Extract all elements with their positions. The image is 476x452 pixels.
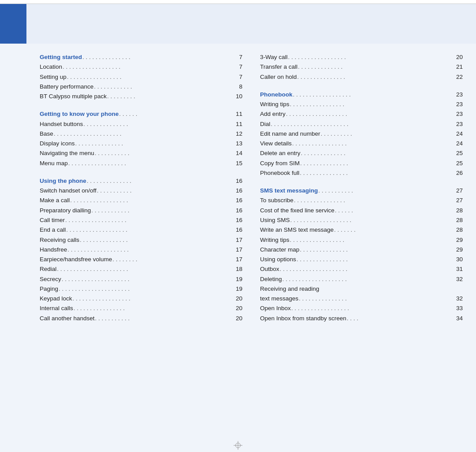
toc-line: Caller on hold . . . . . . . . . . . . .… [260,72,463,82]
toc-entry-dots: . . . . . . [119,109,236,119]
toc-line: Setting up . . . . . . . . . . . . . . .… [40,72,242,82]
toc-entry-label: Using options [260,255,296,264]
toc-line: Using options . . . . . . . . . . . . . … [260,255,463,264]
crosshair-circle [235,443,241,448]
toc-entry-label: Dial [260,119,270,129]
toc-entry-label: Battery performance [40,82,93,92]
toc-entry-dots: . . . . [346,314,456,323]
toc-entry-label: Character map [260,245,299,255]
toc-line: Cost of the fixed line service . . . . .… [260,206,463,215]
toc-entry-page: 24 [456,139,463,148]
toc-line: Using SMS . . . . . . . . . . . . . . . … [260,215,463,225]
toc-line: Paging . . . . . . . . . . . . . . . . .… [40,284,242,294]
page-wrapper: Getting started . . . . . . . . . . . . … [0,0,476,452]
toc-entry-dots: . . . . . . . . . . . . . . . . [73,304,236,313]
toc-entry-page: 11 [236,119,242,129]
toc-group-rgroup2: Phonebook . . . . . . . . . . . . . . . … [260,90,463,178]
toc-entry-page: 27 [456,186,463,196]
toc-entry-page: 19 [236,284,242,294]
toc-line: Switch handset on/off . . . . . . . . . … [40,186,242,196]
toc-entry-dots: . . . . . . . . . . [320,129,456,139]
toc-line: Call timer . . . . . . . . . . . . . . .… [40,215,242,225]
toc-entry-dots: . . . . . . . . . . . . . . . . . [292,139,456,148]
toc-entry-page: 33 [456,304,463,313]
header-title-area [26,4,476,44]
toc-line: Phonebook full . . . . . . . . . . . . .… [260,168,463,178]
toc-entry-label: SMS text messaging [260,186,318,196]
toc-line: Character map . . . . . . . . . . . . . … [260,245,463,255]
toc-entry-label: Base [40,129,53,139]
toc-entry-page: 25 [456,148,463,158]
toc-entry-page: 32 [456,294,463,304]
toc-line: Battery performance . . . . . . . . . . … [40,82,242,92]
toc-entry-dots: . . . . . . . . . . . . . . . . . . . [67,245,236,255]
toc-line: Navigating the menu . . . . . . . . . . … [40,148,242,158]
toc-entry-page: 19 [236,274,242,284]
toc-entry-page: 29 [456,235,463,245]
toc-line: Preparatory dialling . . . . . . . . . .… [40,206,242,215]
content-section: Getting started . . . . . . . . . . . . … [0,44,476,439]
toc-line: Writing tips . . . . . . . . . . . . . .… [260,235,463,245]
toc-entry-label: Getting to know your phone [40,109,119,119]
toc-line: Location . . . . . . . . . . . . . . . .… [40,62,242,72]
toc-entry-dots: . . . . . . . . . . . . . . . . . . [72,294,236,304]
toc-line: Handset buttons . . . . . . . . . . . . … [40,119,242,129]
toc-entry-label: Phonebook [260,90,293,100]
toc-entry-dots: . . . . . . . . . . . . . . . . . . [62,62,239,72]
toc-entry-dots: . . . . . . . . . . . . . . . . . . . [286,109,456,119]
header-row [0,4,476,44]
toc-entry-page: 25 [456,159,463,168]
toc-entry-dots: . . . . . . . . . . . . . . . . . . [68,159,236,168]
toc-entry-page: 20 [236,294,242,304]
toc-entry-dots: . . . . . . . . . . . . . . [301,148,456,158]
toc-entry-label: Outbox [260,264,279,274]
toc-entry-page: 24 [456,129,463,139]
toc-entry-dots: . . . . . . . . . . . . . . . . . . . [290,215,456,225]
toc-entry-label: Location [40,62,62,72]
toc-line: Base . . . . . . . . . . . . . . . . . .… [40,129,242,139]
toc-line: View details . . . . . . . . . . . . . .… [260,139,463,148]
toc-line: Copy from SIM . . . . . . . . . . . . . … [260,159,463,168]
toc-group-group1: Getting started . . . . . . . . . . . . … [40,52,242,101]
toc-entry-dots: . . . . . . . . . . . . . . . . [296,255,456,264]
toc-entry-dots: . . . . . . . . . . . . . . . . . . . . … [61,274,236,284]
toc-entry-page: 8 [239,82,242,92]
toc-entry-page: 10 [236,92,242,101]
toc-entry-label: Open Inbox [260,304,291,313]
toc-line: Open Inbox . . . . . . . . . . . . . . .… [260,304,463,313]
toc-entry-page: 32 [456,274,463,284]
toc-entry-dots: . . . . . . . . . . . . . . . . . . [291,304,456,313]
toc-line: Getting started . . . . . . . . . . . . … [40,52,242,62]
toc-line: Display icons . . . . . . . . . . . . . … [40,139,242,148]
toc-line: Receiving and reading [260,284,463,294]
page-number-badge [0,4,26,44]
toc-entry-page: 30 [456,255,463,264]
toc-entry-dots: . . . . . . . . . . . . . . [83,119,236,129]
toc-entry-label: Open Inbox from standby screen [260,314,346,323]
toc-entry-page: 23 [456,109,463,119]
toc-entry-dots: . . . . . . . . . . . . [91,206,236,215]
bottom-bar [0,439,476,452]
toc-entry-dots: . . . . . . . . . . . . . . [298,62,456,72]
toc-entry-label: Copy from SIM [260,159,300,168]
toc-entry-label: text messages [260,294,298,304]
toc-entry-dots: . . . . . . . . . . . . . . . . . . . . … [56,264,236,274]
toc-entry-label: Write an SMS text message [260,225,334,235]
toc-entry-dots: . . . . . . . . . . . . . . . . . . . . … [53,129,236,139]
toc-entry-label: Receiving and reading [260,284,319,294]
toc-entry-label: Setting up [40,72,67,82]
toc-entry-dots: . . . . . . . . . . . . . . [86,176,236,186]
toc-entry-page: 20 [456,52,463,62]
toc-entry-dots: . . . . . . . . [112,255,236,264]
toc-entry-label: Switch handset on/off [40,186,97,196]
toc-entry-dots: . . . . . . . . . . . . . . . [82,52,239,62]
toc-line: Menu map . . . . . . . . . . . . . . . .… [40,159,242,168]
toc-entry-dots: . . . . . . . . . [107,92,236,101]
toc-entry-dots: . . . . . . [335,206,456,215]
toc-entry-label: Make a call [40,196,70,205]
toc-entry-page: 16 [236,196,242,205]
toc-line: Keypad lock . . . . . . . . . . . . . . … [40,294,242,304]
toc-entry-label: Internal calls [40,304,73,313]
toc-entry-page: 29 [456,245,463,255]
toc-entry-label: Display icons [40,139,75,148]
